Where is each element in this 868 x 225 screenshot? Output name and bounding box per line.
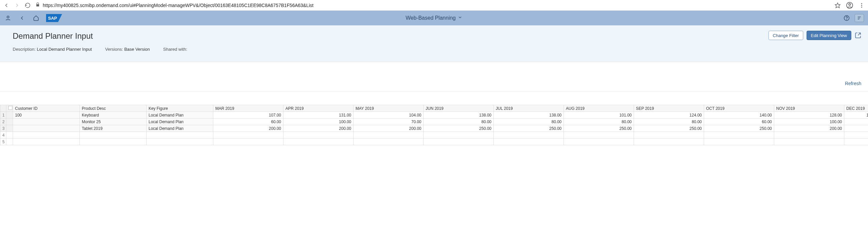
cell-value[interactable]: 128.00 [774, 112, 844, 119]
change-filter-button[interactable]: Change Filter [769, 31, 803, 40]
cell-value[interactable]: 80.00 [424, 119, 494, 125]
cell-customer[interactable] [13, 132, 80, 138]
cell-product[interactable]: Monitor 25 [80, 119, 147, 125]
cell-value[interactable]: 250.00 [564, 125, 634, 132]
share-icon[interactable] [855, 32, 861, 39]
cell-value[interactable] [283, 132, 353, 138]
col-month[interactable]: APR 2019 [283, 105, 353, 112]
cell-value[interactable] [494, 132, 564, 138]
cell-value[interactable]: 140.00 [704, 112, 774, 119]
cell-value[interactable]: 80.00 [564, 119, 634, 125]
cell-value[interactable] [353, 138, 424, 145]
cell-value[interactable]: 100.00 [283, 119, 353, 125]
cell-value[interactable]: 200.00 [774, 125, 844, 132]
cell-value[interactable]: 124.00 [634, 112, 704, 119]
cell-keyfigure[interactable] [147, 132, 213, 138]
address-bar[interactable]: https://my400825.scmibp.ondemand.com/ui#… [35, 2, 830, 8]
cell-value[interactable]: 107.00 [213, 112, 283, 119]
cell-value[interactable]: 104.00 [353, 112, 424, 119]
cell-value[interactable]: 70.00 [353, 119, 424, 125]
col-month[interactable]: AUG 2019 [564, 105, 634, 112]
profile-icon[interactable] [846, 2, 853, 9]
cell-value[interactable]: 80.00 [494, 119, 564, 125]
col-customer[interactable]: Customer ID [13, 105, 80, 112]
cell-value[interactable] [494, 138, 564, 145]
cell-value[interactable] [774, 138, 844, 145]
col-month[interactable]: JUL 2019 [494, 105, 564, 112]
cell-value[interactable]: 138.00 [424, 112, 494, 119]
cell-keyfigure[interactable]: Local Demand Plan [147, 125, 213, 132]
cell-value[interactable] [844, 125, 868, 132]
cell-value[interactable]: 250.00 [424, 125, 494, 132]
forward-icon[interactable] [14, 2, 20, 8]
cell-value[interactable] [844, 132, 868, 138]
col-month[interactable]: MAY 2019 [353, 105, 424, 112]
checkbox-header[interactable] [6, 105, 13, 112]
cell-value[interactable] [634, 138, 704, 145]
row-checkbox[interactable] [6, 112, 13, 119]
row-checkbox[interactable] [6, 125, 13, 132]
cell-value[interactable]: 100.00 [844, 112, 868, 119]
row-number[interactable]: 4 [0, 132, 6, 138]
cell-value[interactable] [634, 132, 704, 138]
cell-value[interactable]: 101.00 [564, 112, 634, 119]
cell-value[interactable] [844, 119, 868, 125]
row-number[interactable]: 1 [0, 112, 6, 119]
row-checkbox[interactable] [6, 119, 13, 125]
cell-value[interactable]: 200.00 [283, 125, 353, 132]
cell-product[interactable]: Tablet 2019 [80, 125, 147, 132]
col-keyfigure[interactable]: Key Figure [147, 105, 213, 112]
cell-customer[interactable] [13, 125, 80, 132]
user-icon[interactable] [4, 14, 12, 22]
back-icon[interactable] [3, 2, 9, 8]
cell-value[interactable] [704, 132, 774, 138]
cell-value[interactable] [283, 138, 353, 145]
col-product[interactable]: Product Desc [80, 105, 147, 112]
col-month[interactable]: NOV 2019 [774, 105, 844, 112]
row-number[interactable]: 2 [0, 119, 6, 125]
col-month[interactable]: OCT 2019 [704, 105, 774, 112]
home-icon[interactable] [32, 14, 40, 22]
cell-value[interactable]: 250.00 [634, 125, 704, 132]
shell-title[interactable]: Web-Based Planning [406, 15, 462, 21]
refresh-link[interactable]: Refresh [845, 81, 861, 86]
col-month[interactable]: MAR 2019 [213, 105, 283, 112]
help-icon[interactable] [843, 14, 850, 22]
row-checkbox[interactable] [6, 132, 13, 138]
nav-back-icon[interactable] [18, 14, 26, 22]
row-checkbox[interactable] [6, 138, 13, 145]
cell-customer[interactable] [13, 138, 80, 145]
cell-value[interactable] [424, 132, 494, 138]
cell-value[interactable]: 131.00 [283, 112, 353, 119]
cell-customer[interactable] [13, 119, 80, 125]
cell-customer[interactable]: 100 [13, 112, 80, 119]
cell-value[interactable] [213, 138, 283, 145]
row-number[interactable]: 3 [0, 125, 6, 132]
col-month[interactable]: DEC 2019 [844, 105, 868, 112]
cell-keyfigure[interactable]: Local Demand Plan [147, 112, 213, 119]
cell-product[interactable] [80, 132, 147, 138]
row-number[interactable]: 5 [0, 138, 6, 145]
cell-value[interactable]: 250.00 [704, 125, 774, 132]
cell-product[interactable] [80, 138, 147, 145]
cell-keyfigure[interactable] [147, 138, 213, 145]
cell-value[interactable] [564, 132, 634, 138]
cell-value[interactable]: 100.00 [774, 119, 844, 125]
cell-value[interactable] [424, 138, 494, 145]
cell-value[interactable] [353, 132, 424, 138]
col-month[interactable]: SEP 2019 [634, 105, 704, 112]
col-month[interactable]: JUN 2019 [424, 105, 494, 112]
cell-value[interactable]: 250.00 [494, 125, 564, 132]
cell-value[interactable] [213, 132, 283, 138]
cell-value[interactable]: 60.00 [213, 119, 283, 125]
cell-value[interactable] [774, 132, 844, 138]
cell-value[interactable]: 60.00 [704, 119, 774, 125]
cell-value[interactable]: 138.00 [494, 112, 564, 119]
cell-value[interactable]: 200.00 [353, 125, 424, 132]
kebab-icon[interactable] [859, 2, 865, 8]
cell-value[interactable]: 80.00 [634, 119, 704, 125]
menu-icon[interactable] [855, 14, 864, 22]
cell-value[interactable]: 200.00 [213, 125, 283, 132]
reload-icon[interactable] [25, 2, 31, 8]
cell-value[interactable] [704, 138, 774, 145]
